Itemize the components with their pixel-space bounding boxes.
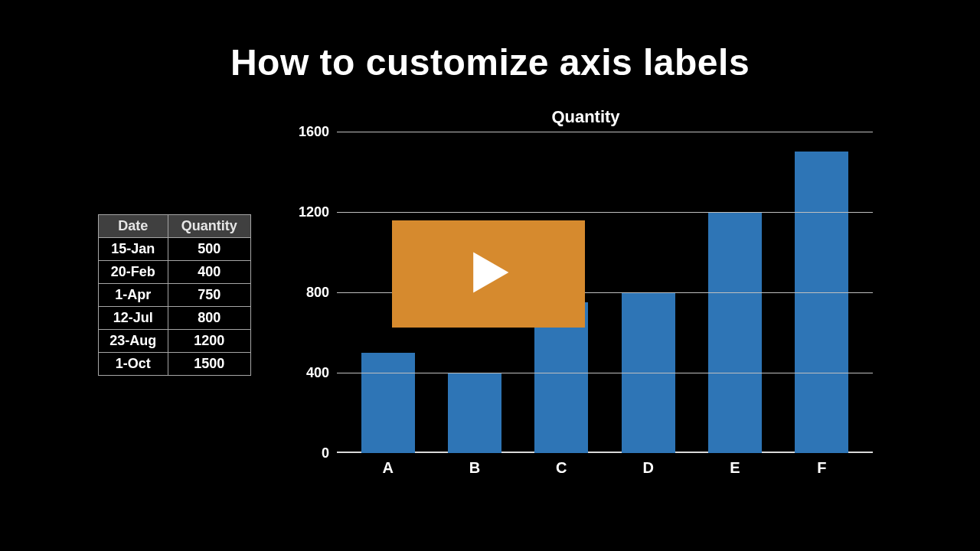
y-axis: 040080012001600	[291, 132, 337, 453]
x-tick-label: F	[779, 459, 865, 477]
table-header-quantity: Quantity	[168, 215, 250, 238]
x-tick-label: E	[691, 459, 778, 477]
cell-quantity: 1500	[168, 353, 250, 376]
bar	[708, 212, 762, 453]
table-row: 23-Aug 1200	[99, 330, 251, 353]
cell-date: 1-Oct	[99, 353, 168, 376]
cell-quantity: 800	[168, 307, 250, 330]
x-tick-label: D	[605, 459, 691, 477]
bar	[448, 373, 501, 453]
cell-quantity: 1200	[168, 330, 250, 353]
cell-date: 20-Feb	[99, 261, 168, 284]
x-tick-label: A	[345, 459, 431, 477]
play-icon	[463, 247, 514, 301]
grid-line	[337, 132, 873, 132]
bar	[795, 152, 848, 453]
table-row: 1-Apr 750	[99, 284, 251, 307]
table-row: 1-Oct 1500	[99, 353, 251, 376]
table-header-date: Date	[99, 215, 168, 238]
cell-date: 1-Apr	[99, 284, 168, 307]
cell-date: 23-Aug	[99, 330, 168, 353]
y-tick-label: 800	[291, 285, 329, 301]
table-row: 15-Jan 500	[99, 238, 251, 261]
table-row: 20-Feb 400	[99, 261, 251, 284]
x-axis: ABCDEF	[337, 453, 873, 477]
cell-quantity: 750	[168, 284, 250, 307]
grid-line	[337, 373, 873, 373]
bar-chart: Quantity 040080012001600 ABCDEF	[291, 107, 880, 490]
play-button[interactable]	[392, 220, 585, 328]
page-title: How to customize axis labels	[0, 41, 980, 83]
y-tick-label: 1600	[291, 124, 329, 140]
y-tick-label: 1200	[291, 204, 329, 220]
x-tick-label: B	[431, 459, 518, 477]
chart-title: Quantity	[291, 107, 880, 127]
x-tick-label: C	[518, 459, 605, 477]
cell-quantity: 500	[168, 238, 250, 261]
y-tick-label: 400	[291, 365, 329, 381]
svg-marker-0	[473, 253, 508, 293]
table-header-row: Date Quantity	[99, 215, 251, 238]
table-row: 12-Jul 800	[99, 307, 251, 330]
cell-quantity: 400	[168, 261, 250, 284]
cell-date: 15-Jan	[99, 238, 168, 261]
cell-date: 12-Jul	[99, 307, 168, 330]
bar	[361, 353, 415, 453]
grid-line	[337, 212, 873, 213]
y-tick-label: 0	[291, 445, 329, 461]
data-table: Date Quantity 15-Jan 500 20-Feb 400 1-Ap…	[98, 214, 251, 376]
